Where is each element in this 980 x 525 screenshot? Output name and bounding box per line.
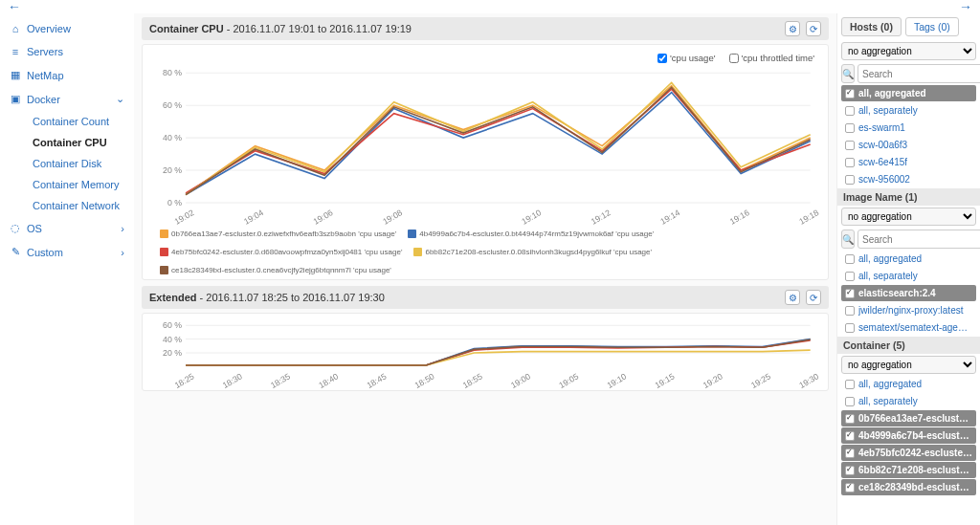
nav-servers[interactable]: ≡Servers <box>0 40 134 63</box>
checkbox-icon <box>845 89 855 98</box>
os-icon: ◌ <box>10 222 21 234</box>
refresh-button[interactable]: ⟳ <box>806 21 821 36</box>
nav-os[interactable]: ◌OS› <box>0 216 134 240</box>
legend-cpu-throttled[interactable]: 'cpu throttled time' <box>729 53 815 63</box>
filter-label: ce18c28349bd-escluster.0... <box>858 482 972 492</box>
filter-item[interactable]: 4eb75bfc0242-escluster.0... <box>841 445 976 461</box>
checkbox-icon <box>845 466 855 475</box>
legend-entry[interactable]: 4eb75bfc0242-escluster.0.d680avoowpfmza0… <box>160 247 402 257</box>
svg-text:18:30: 18:30 <box>221 372 244 389</box>
legend-label: 0b766ea13ae7-escluster.0.eziwefxfhv6eafb… <box>171 229 396 239</box>
list-icon: ≡ <box>10 46 21 57</box>
gear-icon: ⚙ <box>789 293 797 303</box>
svg-text:19:16: 19:16 <box>728 208 751 225</box>
nav-docker[interactable]: ▣Docker⌄ <box>0 87 134 111</box>
svg-text:18:40: 18:40 <box>317 372 340 389</box>
panel-extended: Extended - 2016.11.07 18:25 to 2016.11.0… <box>142 286 829 391</box>
aggregation-select[interactable]: no aggregation <box>841 208 976 226</box>
filter-item[interactable]: scw-956002 <box>841 171 976 187</box>
filter-item[interactable]: all, aggregated <box>841 251 976 267</box>
svg-text:19:06: 19:06 <box>312 208 335 225</box>
filter-item[interactable]: all, separately <box>841 268 976 284</box>
checkbox[interactable] <box>657 54 667 63</box>
checkbox-icon <box>845 323 855 333</box>
nav-sub-item[interactable]: Container Count <box>27 111 134 132</box>
filter-label: scw-00a6f3 <box>858 140 907 150</box>
checkbox-icon <box>845 254 855 264</box>
search-input[interactable] <box>858 230 980 249</box>
refresh-button[interactable]: ⟳ <box>806 290 821 305</box>
checkbox-icon <box>845 448 855 458</box>
search-button[interactable]: 🔍 <box>841 64 855 83</box>
settings-button[interactable]: ⚙ <box>785 21 800 36</box>
checkbox-icon <box>845 106 855 116</box>
filter-item[interactable]: scw-6e415f <box>841 154 976 170</box>
filter-item[interactable]: 4b4999a6c7b4-escluster.0... <box>841 427 976 444</box>
legend-label: 4eb75bfc0242-escluster.0.d680avoowpfmza0… <box>171 247 402 257</box>
legend-label: 4b4999a6c7b4-escluster.0.bt44944p74rm5z1… <box>419 229 654 239</box>
search-input[interactable] <box>858 64 980 83</box>
search-button[interactable]: 🔍 <box>841 230 855 249</box>
chevron-right-icon: › <box>121 223 124 234</box>
checkbox-icon <box>845 175 855 185</box>
filter-item[interactable]: jwilder/nginx-proxy:latest <box>841 302 976 318</box>
svg-text:19:02: 19:02 <box>173 208 196 225</box>
filter-item[interactable]: scw-00a6f3 <box>841 137 976 153</box>
filter-item[interactable]: elasticsearch:2.4 <box>841 285 976 301</box>
legend-swatch <box>160 230 168 238</box>
checkbox-icon <box>845 397 855 406</box>
legend-entry[interactable]: 6bb82c71e208-escluster.0.08sihvlonh3kugs… <box>413 247 652 257</box>
chevron-down-icon: ⌄ <box>116 93 124 105</box>
search-icon: 🔍 <box>842 234 854 245</box>
legend-entry[interactable]: 0b766ea13ae7-escluster.0.eziwefxfhv6eafb… <box>160 229 396 239</box>
nav-label: OS <box>27 223 42 234</box>
panel-container-cpu: Container CPU - 2016.11.07 19:01 to 2016… <box>142 17 829 280</box>
filter-item[interactable]: 6bb82c71e208-escluster.0... <box>841 462 976 478</box>
nav-netmap[interactable]: ▦NetMap <box>0 63 134 87</box>
nav-custom[interactable]: ✎Custom› <box>0 240 134 264</box>
legend-entry[interactable]: ce18c28349bd-escluster.0.cnea6vcjfy2iejg… <box>160 265 391 275</box>
nav-sub-item[interactable]: Container Network <box>27 195 134 216</box>
filter-item[interactable]: 0b766ea13ae7-escluster.0.... <box>841 410 976 427</box>
svg-text:60 %: 60 % <box>163 321 182 331</box>
svg-text:40 %: 40 % <box>163 335 182 344</box>
svg-text:60 %: 60 % <box>163 100 182 110</box>
tab-tags[interactable]: Tags (0) <box>905 17 959 36</box>
filter-label: all, separately <box>858 396 918 406</box>
filter-item[interactable]: all, separately <box>841 102 976 119</box>
filter-label: all, separately <box>858 105 918 116</box>
filter-item[interactable]: es-swarm1 <box>841 120 976 136</box>
nav-sub-item[interactable]: Container CPU <box>27 132 134 153</box>
checkbox[interactable] <box>729 54 739 63</box>
checkbox-icon <box>845 380 855 389</box>
checkbox-icon <box>845 306 855 316</box>
legend-entry[interactable]: 4b4999a6c7b4-escluster.0.bt44944p74rm5z1… <box>408 229 654 239</box>
nav-overview[interactable]: ⌂Overview <box>0 17 134 40</box>
nav-sub-item[interactable]: Container Memory <box>27 174 134 195</box>
legend-cpu-usage[interactable]: 'cpu usage' <box>657 53 715 63</box>
checkbox-icon <box>845 272 855 281</box>
legend-label: ce18c28349bd-escluster.0.cnea6vcjfy2iejg… <box>171 265 391 275</box>
filter-item[interactable]: all, aggregated <box>841 376 976 392</box>
svg-text:19:14: 19:14 <box>658 208 681 225</box>
forward-arrow-icon[interactable]: → <box>959 0 972 14</box>
filter-item[interactable]: all, separately <box>841 393 976 409</box>
aggregation-select[interactable]: no aggregation <box>841 42 976 60</box>
svg-text:19:05: 19:05 <box>557 372 580 389</box>
filter-item[interactable]: sematext/sematext-agent-... <box>841 319 976 336</box>
filter-label: elasticsearch:2.4 <box>858 288 936 298</box>
filter-item[interactable]: all, aggregated <box>841 85 976 101</box>
aggregation-select[interactable]: no aggregation <box>841 356 976 374</box>
filter-item[interactable]: ce18c28349bd-escluster.0... <box>841 479 976 495</box>
tab-hosts[interactable]: Hosts (0) <box>841 17 902 36</box>
nav-sub-item[interactable]: Container Disk <box>27 153 134 174</box>
svg-text:19:30: 19:30 <box>797 372 820 389</box>
svg-text:19:20: 19:20 <box>702 372 724 389</box>
panel-title: Extended - 2016.11.07 18:25 to 2016.11.0… <box>149 292 385 303</box>
svg-text:18:25: 18:25 <box>173 372 196 389</box>
settings-button[interactable]: ⚙ <box>785 290 800 305</box>
checkbox-icon <box>845 289 855 298</box>
checkbox-icon <box>845 123 855 133</box>
svg-text:19:25: 19:25 <box>749 372 772 389</box>
back-arrow-icon[interactable]: ← <box>8 0 21 14</box>
